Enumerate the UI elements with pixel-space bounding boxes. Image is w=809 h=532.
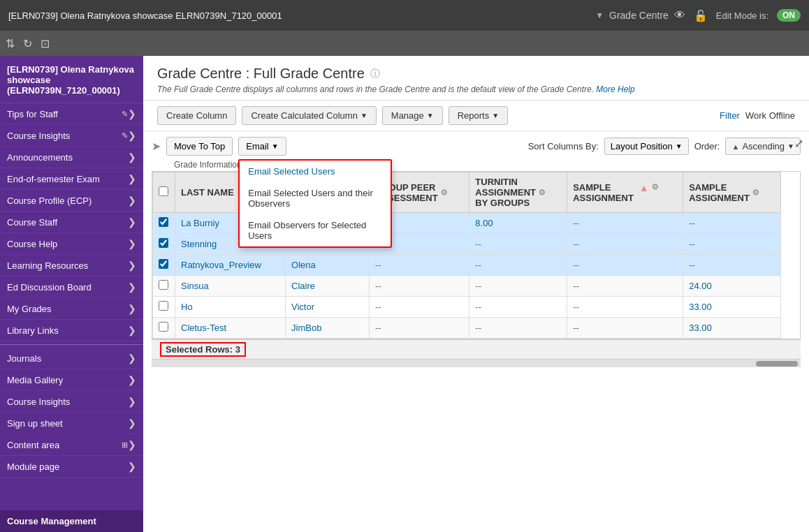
chevron-icon-ci: ❯ <box>128 396 136 407</box>
edit-mode-toggle[interactable]: ON <box>777 9 801 22</box>
top-bar-center: Grade Centre <box>609 10 669 21</box>
row-checkbox-2 <box>153 255 175 276</box>
sidebar-item-tips-for-staff[interactable]: Tips for Staff ✎ ❯ <box>0 103 143 125</box>
dropdown-item-0[interactable]: Email Selected Users <box>240 161 391 182</box>
dropdown-arrow-reports: ▼ <box>492 112 499 119</box>
work-offline-link[interactable]: Work Offline <box>745 110 795 121</box>
row-check-4[interactable] <box>159 301 168 311</box>
col-sample-1: SAMPLEASSIGNMENT ▲ ⊙ <box>567 172 683 213</box>
col-checkbox <box>153 172 175 213</box>
sidebar-course-title[interactable]: [ELRN0739] Olena Ratnykova showcase (ELR… <box>0 56 143 103</box>
main-content: Grade Centre : Full Grade Centre ⓘ The F… <box>143 56 809 532</box>
lock-icon[interactable]: 🔓 <box>694 9 708 22</box>
more-help-link[interactable]: More Help <box>596 84 634 94</box>
create-calculated-button[interactable]: Create Calculated Column ▼ <box>242 106 376 125</box>
title-info-icon[interactable]: ⓘ <box>370 68 380 80</box>
chevron-icon-3: ❯ <box>128 173 136 184</box>
scrollbar-thumb[interactable] <box>756 361 798 367</box>
email-button[interactable]: Email ▼ <box>238 137 286 156</box>
sidebar-item-course-insights-2[interactable]: Course Insights ❯ <box>0 391 143 413</box>
row-firstname-5: JimBob <box>286 318 370 339</box>
row-checkbox-5 <box>153 318 175 339</box>
move-to-top-button[interactable]: Move To Top <box>166 137 233 156</box>
dropdown-item-1[interactable]: Email Selected Users and their Observers <box>240 182 391 214</box>
row-check-1[interactable] <box>159 238 168 248</box>
row-checkbox-3 <box>153 276 175 297</box>
chevron-icon-4: ❯ <box>128 195 136 206</box>
order-down-arrow: ▼ <box>787 142 794 150</box>
chevron-icon-1: ❯ <box>128 130 136 141</box>
table-row: Sinsua Claire -- -- -- 24.00 <box>153 276 781 297</box>
col-turnitin: TURNITINASSIGNMENTBY GROUPS ⊙ <box>469 172 567 213</box>
sidebar-item-content-area[interactable]: Content area ⊞ ❯ <box>0 434 143 456</box>
row-check-0[interactable] <box>159 217 168 227</box>
sidebar-item-media-gallery[interactable]: Media Gallery ❯ <box>0 369 143 391</box>
sidebar-item-ed-discussion[interactable]: Ed Discussion Board ❯ <box>0 276 143 298</box>
sort-select[interactable]: Layout Position ▼ <box>604 138 689 155</box>
sidebar-item-library-links[interactable]: Library Links ❯ <box>0 320 143 341</box>
sidebar-item-course-staff[interactable]: Course Staff ❯ <box>0 212 143 233</box>
sort-label: Sort Columns By: <box>528 141 599 152</box>
chevron-icon-5: ❯ <box>128 216 136 228</box>
row-col4-0: 8.00 <box>469 213 567 234</box>
chevron-icon-ca: ❯ <box>128 439 136 450</box>
chevron-icon-su: ❯ <box>128 418 136 429</box>
col-sample-2: SAMPLEASSIGNMENT ⊙ <box>683 172 781 213</box>
top-bar-title: [ELRN0739] Olena Ratnykova showcase ELRN… <box>8 10 590 21</box>
col-icon-gp[interactable]: ⊙ <box>441 188 447 197</box>
chevron-icon-mp: ❯ <box>128 461 136 472</box>
row-checkbox-1 <box>153 234 175 255</box>
top-bar-dropdown-icon[interactable]: ▼ <box>595 10 604 20</box>
filter-link[interactable]: Filter <box>720 110 740 121</box>
select-all-checkbox[interactable] <box>159 186 168 196</box>
toolbar: Create Column Create Calculated Column ▼… <box>143 101 809 131</box>
sidebar-item-course-help[interactable]: Course Help ❯ <box>0 233 143 255</box>
dropdown-item-2[interactable]: Email Observers for Selected Users <box>240 214 391 246</box>
col-icon-sa1[interactable]: ⊙ <box>652 182 658 191</box>
sidebar-item-module-page[interactable]: Module page ❯ <box>0 456 143 478</box>
order-select[interactable]: ▲ Ascending ▼ <box>725 138 801 155</box>
sidebar-item-exam[interactable]: End-of-semester Exam ❯ <box>0 168 143 190</box>
grade-area: ⤢ ➤ Move To Top Email ▼ Email Selected U… <box>143 131 809 532</box>
row-lastname-3: Sinsua <box>175 276 286 297</box>
email-dropdown-menu: Email Selected Users Email Selected User… <box>238 159 392 248</box>
up-down-icon[interactable]: ⇅ <box>6 37 15 50</box>
sidebar-divider <box>0 344 143 345</box>
sidebar-item-journals[interactable]: Journals ❯ <box>0 348 143 369</box>
reports-button[interactable]: Reports ▼ <box>449 106 508 125</box>
sidebar-item-my-grades[interactable]: My Grades ❯ <box>0 298 143 320</box>
row-check-2[interactable] <box>159 259 168 269</box>
chevron-icon-0: ❯ <box>128 108 136 119</box>
row-checkbox-0 <box>153 213 175 234</box>
sidebar-item-course-insights-1[interactable]: Course Insights ✎ ❯ <box>0 125 143 147</box>
sort-up-icon: ▲ <box>639 182 649 193</box>
selected-rows-bar: Selected Rows: 3 <box>152 339 801 359</box>
sidebar-item-sign-up[interactable]: Sign up sheet ❯ <box>0 413 143 434</box>
row-checkbox-4 <box>153 297 175 318</box>
refresh-icon[interactable]: ↻ <box>23 37 32 50</box>
expand-icon[interactable]: ⤢ <box>794 137 803 150</box>
chevron-icon-9: ❯ <box>128 303 136 314</box>
row-firstname-4: Victor <box>286 297 370 318</box>
table-row: Ho Victor -- -- -- 33.00 <box>153 297 781 318</box>
sidebar-item-learning-resources[interactable]: Learning Resources ❯ <box>0 255 143 276</box>
chevron-icon-2: ❯ <box>128 152 136 163</box>
row-check-5[interactable] <box>159 322 168 332</box>
create-column-button[interactable]: Create Column <box>157 106 236 125</box>
selected-rows-label: Selected Rows: 3 <box>160 342 246 357</box>
window-icon[interactable]: ⊡ <box>41 37 50 50</box>
eye-icon[interactable]: 👁 <box>674 9 685 22</box>
col-icon-ta[interactable]: ⊙ <box>539 188 545 197</box>
sidebar-item-profile[interactable]: Course Profile (ECP) ❯ <box>0 190 143 212</box>
col-icon-sa2[interactable]: ⊙ <box>752 188 759 197</box>
layout: [ELRN0739] Olena Ratnykova showcase (ELR… <box>0 56 809 532</box>
sidebar-item-announcements[interactable]: Announcements ❯ <box>0 147 143 168</box>
dropdown-arrow-manage: ▼ <box>427 112 434 119</box>
manage-button[interactable]: Manage ▼ <box>382 106 443 125</box>
row-firstname-3: Claire <box>286 276 370 297</box>
nav-arrow[interactable]: ➤ <box>152 140 161 153</box>
top-bar-right: 👁 🔓 Edit Mode is: ON <box>674 9 801 22</box>
row-lastname-5: Cletus-Test <box>175 318 286 339</box>
chevron-icon-10: ❯ <box>128 325 136 336</box>
row-check-3[interactable] <box>159 280 168 290</box>
